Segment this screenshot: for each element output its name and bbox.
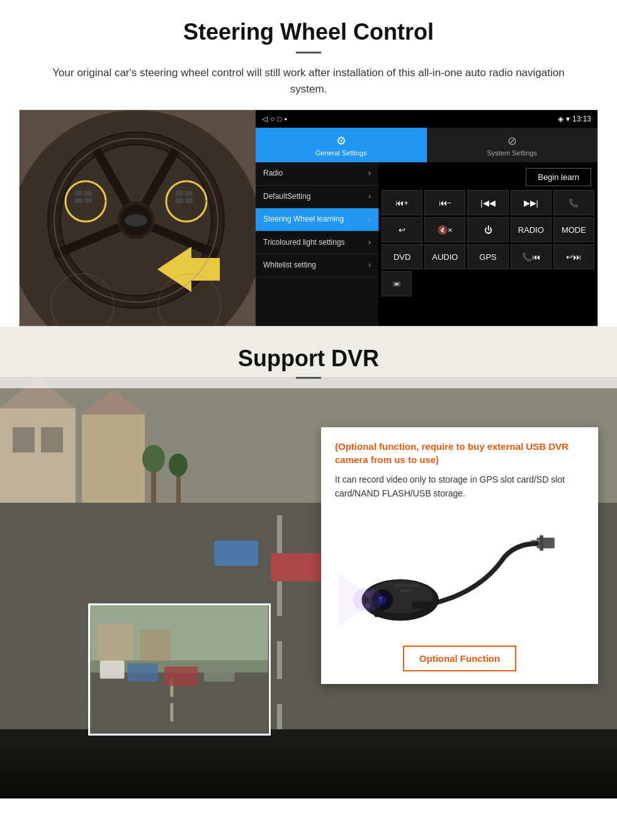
tab-general-settings[interactable]: ⚙ General Settings [256,128,427,162]
dvr-background: Support DVR [0,327,617,798]
svg-point-41 [169,454,188,476]
svg-rect-16 [84,198,92,203]
status-wifi-icon: ▾ [566,115,570,123]
general-settings-icon: ⚙ [336,134,346,148]
btn-dvd-icon[interactable]: 📼 [382,271,412,296]
menu-item-radio[interactable]: Radio › [256,162,378,186]
btn-mode[interactable]: MODE [553,217,594,242]
menu-item-whitelist[interactable]: Whitelist setting › [256,254,378,277]
btn-hang-up[interactable]: ↩ [382,217,422,242]
dashboard-bottom [0,736,617,798]
btn-gps[interactable]: GPS [467,244,508,269]
menu-item-steering-wheel-learning[interactable]: Steering Wheel learning › [256,208,378,232]
control-row-2: ↩ 🔇× ⏻ RADIO MODE [382,217,594,242]
system-settings-icon: ⊘ [507,134,517,148]
svg-rect-43 [271,553,321,581]
svg-rect-36 [82,415,145,503]
steering-wheel-photo [20,110,256,327]
btn-phone[interactable]: 📞 [553,190,594,215]
svg-rect-74 [412,602,433,608]
menu-item-defaultsetting[interactable]: DefaultSetting › [256,186,378,209]
svg-rect-19 [176,198,183,203]
chevron-right-icon: › [368,192,371,202]
svg-rect-72 [394,584,418,588]
svg-rect-18 [185,191,193,196]
svg-rect-53 [170,703,173,721]
btn-next-track[interactable]: ▶▶| [511,190,552,215]
android-tab-bar: ⚙ General Settings ⊘ System Settings [256,128,597,162]
steering-wheel-screenshot: ◁ ○ □ ▪ ◈ ▾ 13:13 ⚙ General Settings ⊘ S… [19,109,598,327]
svg-rect-34 [13,427,35,452]
tab-system-settings-label: System Settings [487,149,537,157]
svg-rect-17 [176,191,183,196]
settings-menu-list: Radio › DefaultSetting › Steering Wheel … [256,162,378,326]
menu-swl-label: Steering Wheel learning [263,215,344,225]
svg-rect-42 [214,540,258,566]
begin-learn-row: Begin learn [382,165,594,188]
menu-defaultsetting-label: DefaultSetting [263,192,310,202]
status-location-icon: ◈ [558,115,563,123]
svg-rect-29 [277,578,282,616]
svg-rect-35 [41,427,63,452]
dvr-preview-image [88,603,271,736]
menu-item-tricoloured[interactable]: Tricoloured light settings › [256,232,378,255]
btn-vol-minus[interactable]: ⏮− [424,190,465,215]
svg-rect-32 [0,408,76,503]
nav-home-icon: ○ [270,115,275,123]
optional-function-button[interactable]: Optional Function [403,646,516,671]
section-support-dvr: Support DVR [0,327,617,798]
btn-mute[interactable]: 🔇× [424,217,465,242]
nav-recent-icon: □ [277,115,281,123]
btn-prev-track[interactable]: |◀◀ [467,190,508,215]
svg-rect-14 [84,191,92,196]
svg-rect-15 [75,198,82,203]
chevron-right-icon: › [368,260,371,271]
menu-tri-label: Tricoloured light settings [263,238,345,248]
btn-audio[interactable]: AUDIO [424,244,465,269]
begin-learn-button[interactable]: Begin learn [526,168,591,186]
section1-title: Steering Wheel Control [25,19,592,45]
btn-power[interactable]: ⏻ [467,217,508,242]
dvr-desc-text: It can record video only to storage in G… [335,473,584,501]
control-row-3: DVD AUDIO GPS 📞⏮ ↩⏭ [382,244,594,269]
section1-divider [296,52,321,53]
tab-system-settings[interactable]: ⊘ System Settings [427,128,598,162]
section1-description: Your original car's steering wheel contr… [38,65,579,97]
svg-rect-13 [75,191,82,196]
btn-radio[interactable]: RADIO [511,217,552,242]
nav-camera-icon: ▪ [285,115,287,123]
btn-back-next[interactable]: ↩⏭ [553,244,594,269]
menu-control-area: Radio › DefaultSetting › Steering Wheel … [256,162,597,326]
svg-rect-55 [164,666,198,686]
svg-rect-54 [127,663,158,681]
chevron-right-icon: › [368,238,371,248]
dvr-info-card: (Optional function, require to buy exter… [321,427,598,684]
svg-rect-20 [185,198,193,203]
dvr-optional-text: (Optional function, require to buy exter… [335,440,584,466]
svg-rect-59 [97,624,133,660]
svg-rect-57 [100,660,125,678]
section2-title: Support DVR [0,345,617,372]
chevron-right-icon: › [368,169,371,179]
svg-rect-63 [540,535,543,551]
menu-whitelist-label: Whitelist setting [263,260,316,271]
svg-rect-60 [140,630,171,661]
section2-divider [296,377,321,379]
tab-general-settings-label: General Settings [315,149,367,157]
btn-phone-prev[interactable]: 📞⏮ [511,244,552,269]
android-ui-panel: ◁ ○ □ ▪ ◈ ▾ 13:13 ⚙ General Settings ⊘ S… [256,110,597,326]
dvr-title-area: Support DVR [0,327,617,388]
chevron-right-icon: › [368,215,371,225]
menu-radio-label: Radio [263,169,283,179]
svg-point-10 [125,214,147,227]
btn-vol-plus[interactable]: ⏮+ [382,190,422,215]
svg-rect-73 [400,589,412,591]
svg-rect-28 [277,515,282,553]
svg-rect-30 [277,641,282,679]
svg-point-39 [142,445,165,473]
nav-back-icon: ◁ [262,115,268,123]
android-statusbar: ◁ ○ □ ▪ ◈ ▾ 13:13 [256,110,597,128]
control-row-4: 📼 [382,271,594,296]
btn-dvd[interactable]: DVD [382,244,422,269]
section-steering-wheel: Steering Wheel Control Your original car… [0,0,617,97]
